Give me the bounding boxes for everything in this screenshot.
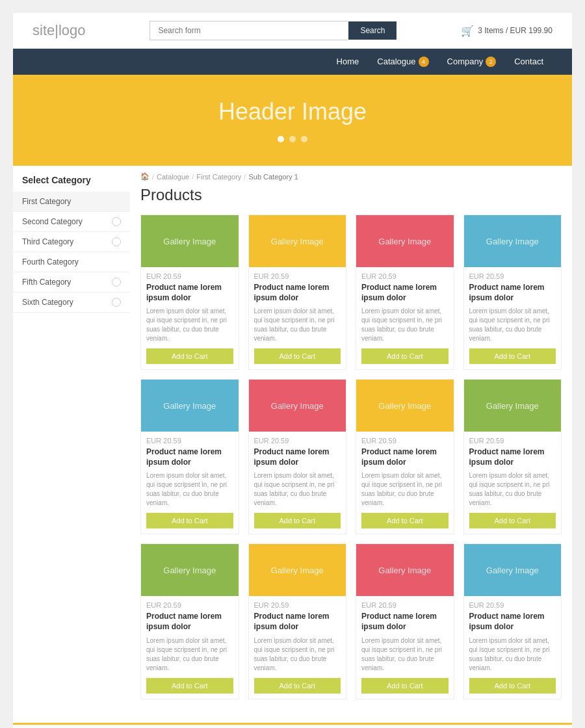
company-badge: 2	[486, 57, 496, 67]
breadcrumb-first-category[interactable]: First Category	[196, 173, 241, 181]
product-card: Gallery Image EUR 20.59 Product name lor…	[140, 214, 239, 370]
add-to-cart-button[interactable]: Add to Cart	[469, 513, 556, 528]
product-card: Gallery Image EUR 20.59 Product name lor…	[140, 543, 239, 699]
dot-2[interactable]	[289, 136, 296, 142]
products-area: 🏠 / Catalogue / First Category / Sub Cat…	[130, 166, 572, 710]
product-desc: Lorem ipsum dolor sit amet, qui isque sc…	[469, 471, 556, 508]
product-price: EUR 20.59	[361, 272, 448, 280]
product-info: EUR 20.59 Product name lorem ipsum dolor…	[356, 267, 454, 369]
product-price: EUR 20.59	[254, 601, 341, 609]
product-price: EUR 20.59	[469, 601, 556, 609]
product-image: Gallery Image	[356, 380, 454, 432]
banner: Header Image	[13, 75, 572, 166]
sidebar-label-third: Third Category	[22, 237, 73, 246]
product-card: Gallery Image EUR 20.59 Product name lor…	[356, 214, 454, 370]
nav-home[interactable]: Home	[328, 49, 369, 75]
product-name: Product name lorem ipsum dolor	[469, 612, 556, 632]
product-image: Gallery Image	[141, 544, 239, 596]
product-image: Gallery Image	[356, 544, 454, 596]
product-desc: Lorem ipsum dolor sit amet, qui isque sc…	[254, 307, 341, 343]
add-to-cart-button[interactable]: Add to Cart	[361, 348, 448, 364]
add-to-cart-button[interactable]: Add to Cart	[361, 678, 448, 694]
logo-site: site	[32, 22, 55, 38]
product-price: EUR 20.59	[361, 601, 448, 609]
product-desc: Lorem ipsum dolor sit amet, qui isque sc…	[361, 307, 448, 343]
add-to-cart-button[interactable]: Add to Cart	[469, 678, 556, 694]
add-to-cart-button[interactable]: Add to Cart	[146, 678, 233, 694]
add-to-cart-button[interactable]: Add to Cart	[254, 348, 341, 364]
gallery-image-label: Gallery Image	[486, 566, 539, 575]
product-desc: Lorem ipsum dolor sit amet, qui isque sc…	[469, 636, 556, 673]
product-image: Gallery Image	[249, 380, 346, 432]
add-to-cart-button[interactable]: Add to Cart	[361, 513, 448, 528]
logo-logo: logo	[58, 22, 86, 38]
cart-icon: 🛒	[461, 25, 474, 37]
product-price: EUR 20.59	[146, 272, 233, 280]
nav-catalogue[interactable]: Catalogue 4	[368, 49, 437, 75]
product-info: EUR 20.59 Product name lorem ipsum dolor…	[249, 432, 346, 534]
product-grid: Gallery Image EUR 20.59 Product name lor…	[140, 214, 562, 699]
nav-company[interactable]: Company 2	[438, 49, 506, 75]
product-image: Gallery Image	[249, 544, 346, 596]
product-name: Product name lorem ipsum dolor	[254, 612, 341, 632]
product-image: Gallery Image	[141, 380, 239, 432]
search-input[interactable]	[150, 21, 348, 40]
product-desc: Lorem ipsum dolor sit amet, qui isque sc…	[146, 471, 233, 508]
sidebar-item-second[interactable]: Second Category	[13, 212, 130, 232]
footer: Copyright 2018, Vision Design - graphic …	[13, 723, 572, 728]
breadcrumb-catalogue[interactable]: Catalogue	[157, 173, 189, 181]
dot-3[interactable]	[301, 136, 307, 142]
sidebar-label-fifth: Fifth Category	[22, 278, 71, 287]
product-name: Product name lorem ipsum dolor	[146, 447, 233, 467]
nav-contact[interactable]: Contact	[505, 49, 552, 75]
product-name: Product name lorem ipsum dolor	[254, 283, 341, 303]
product-price: EUR 20.59	[146, 601, 233, 609]
product-card: Gallery Image EUR 20.59 Product name lor…	[140, 379, 239, 534]
cart-info[interactable]: 🛒 3 Items / EUR 199.90	[461, 25, 552, 37]
product-card: Gallery Image EUR 20.59 Product name lor…	[463, 214, 562, 370]
dot-1[interactable]	[278, 136, 284, 142]
add-to-cart-button[interactable]: Add to Cart	[469, 348, 556, 364]
breadcrumb-home[interactable]: 🏠	[140, 172, 150, 181]
sidebar-dot-third	[112, 237, 121, 246]
product-card: Gallery Image EUR 20.59 Product name lor…	[463, 379, 562, 534]
product-name: Product name lorem ipsum dolor	[469, 447, 556, 467]
product-desc: Lorem ipsum dolor sit amet, qui isque sc…	[361, 471, 448, 508]
product-info: EUR 20.59 Product name lorem ipsum dolor…	[249, 596, 346, 698]
product-name: Product name lorem ipsum dolor	[361, 447, 448, 467]
sidebar-item-third[interactable]: Third Category	[13, 232, 130, 252]
add-to-cart-button[interactable]: Add to Cart	[254, 513, 341, 528]
sidebar-title: Select Category	[13, 175, 130, 192]
sidebar-item-sixth[interactable]: Sixth Category	[13, 292, 130, 313]
sidebar-item-fifth[interactable]: Fifth Category	[13, 272, 130, 292]
product-info: EUR 20.59 Product name lorem ipsum dolor…	[464, 596, 562, 698]
gallery-image-label: Gallery Image	[378, 401, 431, 411]
products-title: Products	[140, 186, 562, 204]
sidebar-item-first[interactable]: First Category	[13, 192, 130, 212]
top-header: site|logo Search 🛒 3 Items / EUR 199.90	[13, 13, 572, 49]
search-button[interactable]: Search	[348, 21, 396, 40]
sidebar-item-fourth[interactable]: Fourth Category	[13, 252, 130, 272]
product-info: EUR 20.59 Product name lorem ipsum dolor…	[356, 432, 454, 534]
gallery-image-label: Gallery Image	[486, 401, 539, 411]
product-desc: Lorem ipsum dolor sit amet, qui isque sc…	[146, 307, 233, 343]
add-to-cart-button[interactable]: Add to Cart	[146, 348, 233, 364]
add-to-cart-button[interactable]: Add to Cart	[146, 513, 233, 528]
logo: site|logo	[32, 22, 86, 39]
add-to-cart-button[interactable]: Add to Cart	[254, 678, 341, 694]
product-card: Gallery Image EUR 20.59 Product name lor…	[356, 379, 454, 534]
product-info: EUR 20.59 Product name lorem ipsum dolor…	[249, 267, 346, 369]
product-info: EUR 20.59 Product name lorem ipsum dolor…	[464, 432, 562, 534]
breadcrumb-sub-category: Sub Category 1	[248, 173, 298, 181]
product-name: Product name lorem ipsum dolor	[254, 447, 341, 467]
gallery-image-label: Gallery Image	[271, 566, 324, 575]
sidebar-label-second: Second Category	[22, 217, 83, 226]
sidebar-dot-fifth	[112, 278, 121, 287]
sidebar-label-sixth: Sixth Category	[22, 298, 73, 307]
product-desc: Lorem ipsum dolor sit amet, qui isque sc…	[361, 636, 448, 673]
sidebar-label-fourth: Fourth Category	[22, 257, 79, 266]
search-area: Search	[150, 21, 396, 40]
product-price: EUR 20.59	[254, 272, 341, 280]
product-desc: Lorem ipsum dolor sit amet, qui isque sc…	[254, 471, 341, 508]
banner-dots	[278, 136, 307, 142]
